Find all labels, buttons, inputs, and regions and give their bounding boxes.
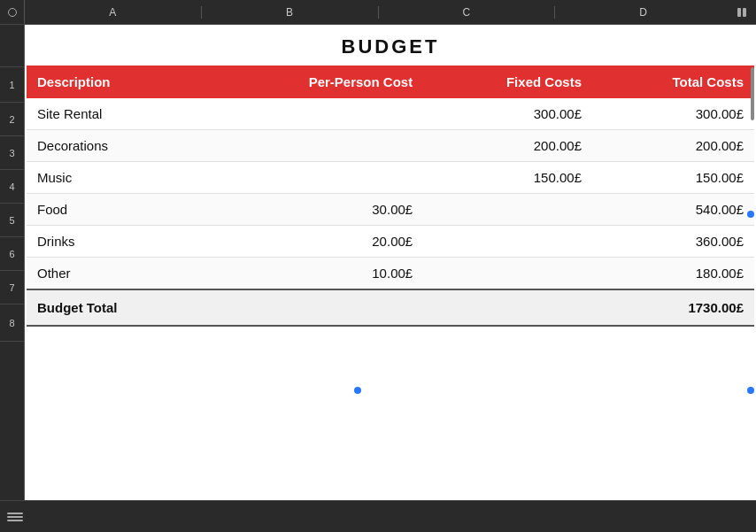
list-icon[interactable] xyxy=(7,511,23,523)
row-num-5: 5 xyxy=(0,204,24,237)
col-header-c[interactable]: C xyxy=(379,6,556,19)
table-row: Music 150.00£ 150.00£ xyxy=(27,162,754,194)
cell-per-person xyxy=(204,98,423,130)
header-description: Description xyxy=(27,66,204,98)
cell-fixed: 200.00£ xyxy=(423,130,592,162)
cell-fixed: 150.00£ xyxy=(423,162,592,194)
cell-per-person: 10.00£ xyxy=(204,258,423,290)
cell-fixed xyxy=(423,258,592,290)
blue-dot-total-mid xyxy=(354,387,361,394)
cell-total: 150.00£ xyxy=(592,162,754,194)
row-num-3: 3 xyxy=(0,136,24,170)
cell-per-person xyxy=(204,162,423,194)
column-headers: A B C D xyxy=(25,6,731,19)
cell-total: 200.00£ xyxy=(592,130,754,162)
cell-per-person xyxy=(204,130,423,162)
budget-table: Description Per-Person Cost Fixed Costs … xyxy=(27,66,754,327)
scroll-thumb xyxy=(751,67,754,120)
right-scrollbar[interactable] xyxy=(749,50,756,525)
total-empty-2 xyxy=(204,289,423,326)
budget-title: BUDGET xyxy=(25,25,756,66)
row-numbers-column: 1 2 3 4 5 6 7 8 xyxy=(0,25,25,500)
col-header-b[interactable]: B xyxy=(202,6,379,19)
cell-description: Other xyxy=(27,258,204,290)
header-per-person: Per-Person Cost xyxy=(204,66,423,98)
header-total-costs: Total Costs xyxy=(592,66,754,98)
cell-description: Site Rental xyxy=(27,98,204,130)
total-empty-3 xyxy=(423,289,592,326)
pause-button[interactable] xyxy=(731,6,756,19)
table-row: Drinks 20.00£ 360.00£ xyxy=(27,226,754,258)
table-row: Decorations 200.00£ 200.00£ xyxy=(27,130,754,162)
header-fixed-costs: Fixed Costs xyxy=(423,66,592,98)
total-value: 1730.00£ xyxy=(592,289,754,326)
cell-fixed xyxy=(423,194,592,226)
row-num-title xyxy=(0,25,24,67)
row-num-1: 1 xyxy=(0,67,24,103)
total-row: Budget Total 1730.00£ xyxy=(27,289,754,326)
cell-total: 360.00£ xyxy=(592,226,754,258)
table-row: Other 10.00£ 180.00£ xyxy=(27,258,754,290)
bottom-bar xyxy=(0,500,756,532)
col-header-a[interactable]: A xyxy=(25,6,202,19)
total-label: Budget Total xyxy=(27,289,204,326)
cell-description: Decorations xyxy=(27,130,204,162)
table-header-row: Description Per-Person Cost Fixed Costs … xyxy=(27,66,754,98)
row-num-4: 4 xyxy=(0,170,24,204)
cell-total: 540.00£ xyxy=(592,194,754,226)
app-container: A B C D 1 2 3 4 5 xyxy=(0,0,756,532)
cell-fixed xyxy=(423,226,592,258)
table-row: Site Rental 300.00£ 300.00£ xyxy=(27,98,754,130)
cell-description: Music xyxy=(27,162,204,194)
row-num-6: 6 xyxy=(0,237,24,271)
pause-icon xyxy=(737,6,750,19)
row-gutter-top xyxy=(0,0,25,24)
cell-per-person: 20.00£ xyxy=(204,226,423,258)
cell-total: 180.00£ xyxy=(592,258,754,290)
row-num-7: 7 xyxy=(0,271,24,305)
circle-icon[interactable] xyxy=(8,8,17,17)
col-header-d[interactable]: D xyxy=(555,6,731,19)
cell-description: Food xyxy=(27,194,204,226)
spreadsheet-content: BUDGET Description Per-Person Cost Fixed… xyxy=(25,25,756,500)
cell-description: Drinks xyxy=(27,226,204,258)
cell-fixed: 300.00£ xyxy=(423,98,592,130)
row-num-2: 2 xyxy=(0,103,24,136)
cell-total: 300.00£ xyxy=(592,98,754,130)
column-header-bar: A B C D xyxy=(0,0,756,25)
row-num-8: 8 xyxy=(0,305,24,342)
table-row: Food 30.00£ 540.00£ xyxy=(27,194,754,226)
cell-per-person: 30.00£ xyxy=(204,194,423,226)
main-area: 1 2 3 4 5 6 7 8 BUDGET Description Per-P… xyxy=(0,25,756,500)
